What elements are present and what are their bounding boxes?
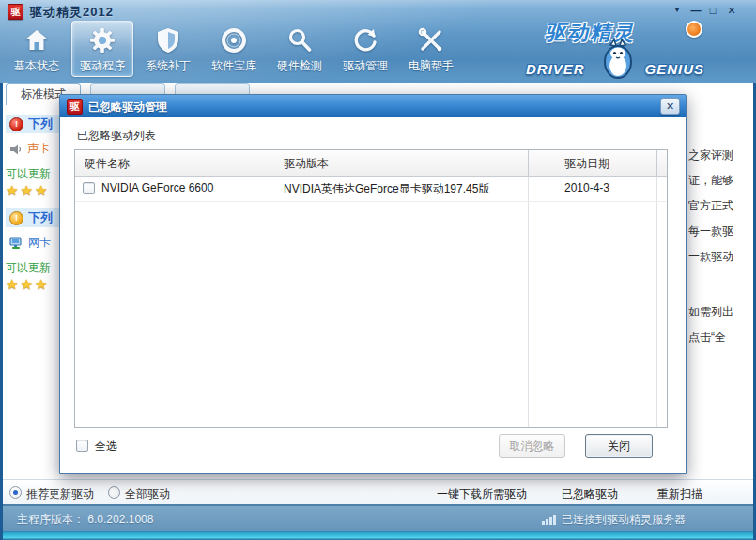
star-rating: ★★★ — [6, 276, 49, 293]
network-icon — [9, 237, 23, 250]
background-text-fragment: 一款驱动 — [688, 249, 750, 265]
toolbar-item-label: 基本状态 — [14, 58, 59, 74]
sidebar-device-soundcard[interactable]: 声卡 — [9, 141, 50, 157]
column-divider — [528, 150, 529, 176]
home-icon — [22, 25, 52, 55]
menu-arrow-icon[interactable]: ▼ — [670, 4, 685, 17]
connection-text: 已连接到驱动精灵服务器 — [562, 512, 686, 528]
sidebar-status-text: 可以更新 — [6, 166, 51, 182]
select-all-checkbox[interactable] — [76, 440, 88, 452]
radio-all-label[interactable]: 全部驱动 — [125, 486, 170, 502]
brand-en-genius: GENIUS — [644, 61, 704, 77]
brand-swirl-icon — [686, 21, 702, 38]
mascot-icon — [599, 38, 637, 81]
signal-bars-icon — [542, 515, 556, 525]
toolbar-item-label: 电脑帮手 — [409, 58, 454, 74]
status-bar: 主程序版本： 6.0.202.1008 已连接到驱动精灵服务器 — [0, 504, 756, 531]
gear-icon — [87, 25, 117, 55]
background-text-fragment: 每一款驱 — [688, 224, 750, 239]
shield-icon — [153, 25, 183, 55]
dialog-titlebar: 驱 已忽略驱动管理 ✕ — [60, 95, 686, 118]
footer-options-bar: 推荐更新驱动 全部驱动 一键下载所需驱动 已忽略驱动 重新扫描 — [0, 479, 756, 504]
table-header-row: 硬件名称 驱动版本 驱动日期 — [75, 150, 667, 177]
brand-en-driver: DRIVER — [526, 61, 585, 77]
background-text-fragment: 如需列出 — [688, 304, 750, 320]
toolbar-item-software-library[interactable]: 软件宝库 — [203, 21, 265, 77]
column-header-hardware: 硬件名称 — [85, 156, 130, 172]
toolbar-item-label: 系统补丁 — [146, 58, 191, 74]
ignored-drivers-table: 硬件名称 驱动版本 驱动日期 NVIDIA GeForce 6600 NVIDI… — [74, 149, 668, 428]
sidebar-device-netcard[interactable]: 网卡 — [9, 235, 51, 251]
toolbar-item-label: 驱动管理 — [343, 58, 388, 74]
app-title: 驱动精灵2012 — [30, 4, 114, 21]
background-text-fragment: 点击“全 — [688, 330, 750, 346]
toolbar-item-label: 软件宝库 — [211, 58, 256, 74]
background-text-fragment: 官方正式 — [688, 198, 750, 214]
ignored-drivers-dialog: 驱 已忽略驱动管理 ✕ 已忽略驱动列表 硬件名称 驱动版本 驱动日期 NVIDI… — [59, 94, 687, 474]
toolbar-item-driver-manage[interactable]: 驱动管理 — [334, 21, 396, 77]
tools-icon — [416, 25, 446, 55]
main-toolbar: 基本状态 驱动程序 — [6, 21, 462, 81]
column-header-version: 驱动版本 — [284, 156, 329, 172]
cell-driver-date: 2010-4-3 — [564, 181, 609, 194]
version-value: 6.0.202.1008 — [87, 513, 153, 526]
sidebar-device-label: 网卡 — [28, 235, 51, 251]
window-bottom-edge — [0, 531, 756, 540]
ignored-list-label: 已忽略驱动列表 — [77, 128, 156, 144]
background-text-fragment: 证，能够 — [688, 173, 750, 189]
connection-status: 已连接到驱动精灵服务器 — [542, 512, 686, 528]
toolbar-item-label: 硬件检测 — [277, 58, 322, 74]
toolbar-item-drivers[interactable]: 驱动程序 — [71, 21, 133, 77]
toolbar-item-basic-status[interactable]: 基本状态 — [6, 21, 68, 77]
app-logo-icon: 驱 — [8, 4, 23, 20]
toolbar-item-system-patches[interactable]: 系统补丁 — [137, 21, 199, 77]
sidebar-header-label: 下列 — [28, 116, 53, 132]
background-text-fragment: 之家评测 — [688, 147, 750, 163]
dialog-close-button[interactable]: ✕ — [660, 98, 680, 115]
alert-red-icon: ! — [9, 117, 23, 131]
version-label: 主程序版本： — [17, 513, 85, 526]
magnifier-icon — [285, 25, 315, 55]
toolbar-item-hardware-detect[interactable]: 硬件检测 — [269, 21, 331, 77]
toolbar-item-pc-helper[interactable]: 电脑帮手 — [400, 21, 462, 77]
toolbar-item-label: 驱动程序 — [80, 58, 125, 74]
cell-hardware-name: NVIDIA GeForce 6600 — [101, 181, 213, 194]
version-text: 主程序版本： 6.0.202.1008 — [17, 512, 153, 528]
radio-all-drivers[interactable] — [108, 486, 120, 499]
column-divider — [656, 150, 657, 176]
sidebar-header-label: 下列 — [28, 209, 53, 226]
download-all-link[interactable]: 一键下载所需驱动 — [437, 486, 527, 502]
dialog-close-action-button[interactable]: 关闭 — [585, 434, 653, 458]
star-rating: ★★★ — [6, 182, 49, 199]
cell-driver-version: NVIDIA英伟达GeForce显卡驱动197.45版 — [284, 181, 489, 197]
cancel-ignore-button[interactable]: 取消忽略 — [499, 434, 565, 458]
close-button[interactable]: ✕ — [724, 4, 739, 17]
radio-recommended-drivers[interactable] — [9, 486, 22, 499]
dialog-title: 已忽略驱动管理 — [88, 100, 167, 116]
minimize-button[interactable]: — — [688, 4, 703, 17]
sidebar-device-label: 声卡 — [27, 141, 50, 157]
maximize-button[interactable]: □ — [705, 4, 720, 17]
window-header: 驱 驱动精灵2012 ▼ — □ ✕ 基本状态 — [0, 0, 756, 83]
ignored-drivers-link[interactable]: 已忽略驱动 — [562, 486, 618, 502]
alert-yellow-icon: ! — [9, 211, 23, 225]
window-left-border — [0, 83, 3, 540]
row-checkbox[interactable] — [83, 182, 95, 194]
window-titlebar: 驱 驱动精灵2012 ▼ — □ ✕ — [0, 0, 756, 21]
select-all-label[interactable]: 全选 — [95, 439, 117, 455]
radio-recommended-label[interactable]: 推荐更新驱动 — [26, 486, 94, 502]
dialog-logo-icon: 驱 — [67, 99, 83, 115]
driver-genius-logo: 驱动精灵 DRIVER GENIUS — [526, 19, 704, 79]
dialog-body: 已忽略驱动列表 硬件名称 驱动版本 驱动日期 NVIDIA GeForce 66… — [60, 117, 686, 473]
speaker-icon — [9, 143, 23, 156]
sidebar-status-text: 可以更新 — [6, 260, 51, 276]
column-header-date: 驱动日期 — [564, 156, 609, 172]
refresh-icon — [350, 25, 380, 55]
disc-icon — [219, 25, 249, 55]
rescan-link[interactable]: 重新扫描 — [657, 486, 702, 502]
table-row[interactable]: NVIDIA GeForce 6600 NVIDIA英伟达GeForce显卡驱动… — [75, 176, 667, 202]
